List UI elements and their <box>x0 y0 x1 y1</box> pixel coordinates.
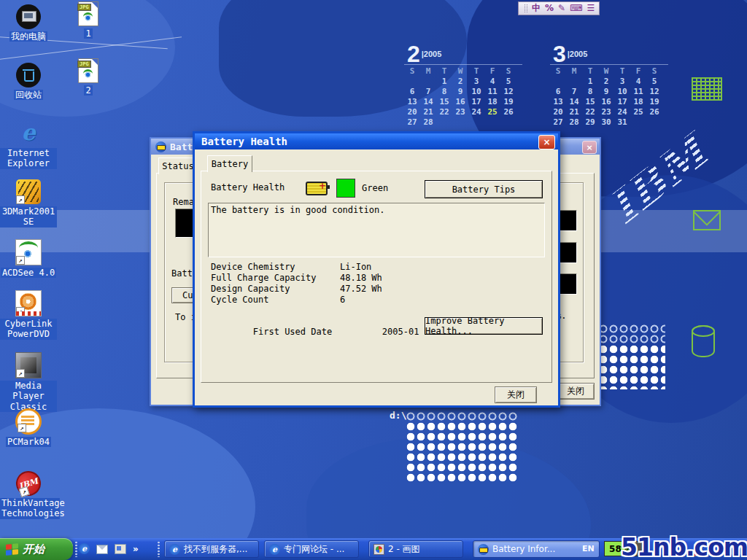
desktop-icon-recycle[interactable]: 回收站 <box>0 63 57 100</box>
calendar-weekday: S <box>404 66 420 77</box>
taskbar-task-3[interactable]: 2 - 画图 <box>368 540 463 558</box>
calendar-grid: SMTWTFS123456789101112131415161718192021… <box>550 66 668 128</box>
language-indicator[interactable]: EN <box>582 544 595 553</box>
battery-percent: 58% <box>605 544 635 554</box>
desktop-icon-label: Media Player Classic <box>0 381 57 412</box>
calendar-day: 18 <box>484 97 500 107</box>
calendar-day: 25 <box>630 107 646 117</box>
close-button[interactable]: 关闭 <box>495 386 537 403</box>
tab-battery[interactable]: Battery <box>207 155 252 172</box>
chinese-mode-icon[interactable]: 中 <box>532 3 541 14</box>
desktop-icon-tvt[interactable]: IBM↗ThinkVantage Technologies <box>0 471 57 519</box>
calendar-day <box>436 117 452 128</box>
calendar-day: 3 <box>614 77 630 87</box>
calendar-day: 27 <box>404 117 420 128</box>
calendar-day: 30 <box>598 117 614 128</box>
quick-launch: e » <box>79 543 139 554</box>
taskbar-task-2[interactable]: e专门网论坛 - ... <box>264 540 359 558</box>
calendar-day: 8 <box>436 87 452 97</box>
menu-icon[interactable]: ☰ <box>587 3 595 14</box>
tray-battery-gauge[interactable]: 58% <box>604 541 649 556</box>
desktop-icon-mpc[interactable]: ↗Media Player Classic <box>0 352 57 412</box>
battery-info-row: Device ChemistryLi-Ion <box>211 262 532 273</box>
calendar-day <box>452 117 468 128</box>
calendar-day: 1 <box>582 77 598 87</box>
desktop-icon-ie[interactable]: eInternet Explorer <box>0 121 57 169</box>
calendar-day: 29 <box>582 117 598 128</box>
fullwidth-icon[interactable]: % <box>545 3 554 14</box>
calendar-day: 6 <box>550 87 566 97</box>
desktop-icon-pdvd[interactable]: ↗CyberLink PowerDVD <box>0 290 57 340</box>
info-label: Design Capacity <box>211 284 340 294</box>
desktop-icon-label: CyberLink PowerDVD <box>0 319 57 340</box>
calendar-day <box>468 117 484 128</box>
taskbar: 开始 e » e找不到服务器,...e专门网论坛 - ...2 - 画图Batt… <box>0 538 747 560</box>
desktop-icon-jpg1[interactable]: JPG1 <box>60 1 117 39</box>
database-cylinder-icon <box>692 325 715 357</box>
first-used-label: First Used Date <box>253 327 382 337</box>
ime-toolbar[interactable]: 中%✎⌨☰ <box>518 1 600 15</box>
calendar-weekday: F <box>484 66 500 77</box>
jpg-badge: JPG <box>77 4 91 11</box>
desktop-icon-dmark[interactable]: ↗3DMark2001 SE <box>0 179 57 228</box>
desktop-icon-label: ACDSee 4.0 <box>1 268 56 278</box>
ie-quicklaunch-icon[interactable]: e <box>79 543 90 554</box>
calendar-day: 11 <box>484 87 500 97</box>
health-status-swatch <box>336 179 355 198</box>
dots-pattern <box>598 324 665 344</box>
calendar-month-number: 2 <box>407 41 420 67</box>
tab-status[interactable]: Status <box>158 158 198 174</box>
recycle-icon <box>16 63 41 88</box>
battery-tips-button[interactable]: Battery Tips <box>425 180 543 198</box>
tray-battery-icon[interactable] <box>694 544 703 556</box>
close-button-bg[interactable]: 关闭 <box>557 383 595 400</box>
battery-health-titlebar[interactable]: Battery Health <box>195 133 558 149</box>
calendar-day: 22 <box>436 107 452 117</box>
taskbar-task-1[interactable]: e找不到服务器,... <box>164 540 259 558</box>
calendar-weekday: W <box>598 66 614 77</box>
info-value: 6 <box>340 295 345 305</box>
desktop-icon-mycomp[interactable]: 我的电脑 <box>0 4 57 42</box>
calendar-day: 5 <box>500 77 516 87</box>
calendar-weekday: S <box>500 66 516 77</box>
desktop-icon-label: 2 <box>84 85 92 96</box>
desktop-icon-jpg2[interactable]: JPG2 <box>60 58 117 96</box>
desktop-icon-pcmark[interactable]: ↗PCMark04 <box>0 408 57 447</box>
desktop-icon-label: Internet Explorer <box>0 148 57 169</box>
quicklaunch-overflow-chevron[interactable]: » <box>133 544 139 554</box>
calendar-day: 4 <box>630 77 646 87</box>
calendar-day: 5 <box>646 77 662 87</box>
task-label: 专门网论坛 - ... <box>284 543 344 556</box>
start-button[interactable]: 开始 <box>0 538 73 560</box>
calendar-day: 23 <box>598 107 614 117</box>
calendar-day: 17 <box>468 97 484 107</box>
desktop-icon-acdsee[interactable]: ↗ACDSee 4.0 <box>0 239 57 278</box>
start-label: 开始 <box>23 542 44 556</box>
calendar-day: 13 <box>404 97 420 107</box>
outlook-express-icon[interactable] <box>96 545 108 554</box>
desktop-icon-label: 我的电脑 <box>9 31 47 42</box>
close-icon[interactable]: × <box>582 141 597 154</box>
battery-health-dialog: Battery Health × Battery Battery Health … <box>193 131 560 408</box>
battery-health-title: Battery Health <box>201 136 287 147</box>
show-desktop-icon[interactable] <box>115 544 126 554</box>
calendar-day: 17 <box>614 97 630 107</box>
calendar-day: 28 <box>420 117 436 128</box>
calendar-day: 14 <box>420 97 436 107</box>
pen-icon[interactable]: ✎ <box>558 3 565 14</box>
close-icon[interactable]: × <box>538 135 555 149</box>
battery-health-label: Battery Health <box>211 182 285 192</box>
keyboard-icon[interactable]: ⌨ <box>570 3 582 14</box>
calendar-day: 14 <box>566 97 582 107</box>
calendar-day: 26 <box>500 107 516 117</box>
calendar-day: 7 <box>566 87 582 97</box>
taskbar-task-4[interactable]: Battery Infor... <box>473 540 600 558</box>
calendar-day: 6 <box>404 87 420 97</box>
calendar-header: 2|2005 <box>404 41 522 65</box>
calendar-day: 15 <box>582 97 598 107</box>
shortcut-arrow-icon: ↗ <box>16 195 25 204</box>
improve-battery-health-button[interactable]: Improve Battery Health... <box>425 317 543 335</box>
calendar-day <box>630 117 646 128</box>
info-value: Li-Ion <box>340 262 371 272</box>
calendar-weekday: M <box>566 66 582 77</box>
